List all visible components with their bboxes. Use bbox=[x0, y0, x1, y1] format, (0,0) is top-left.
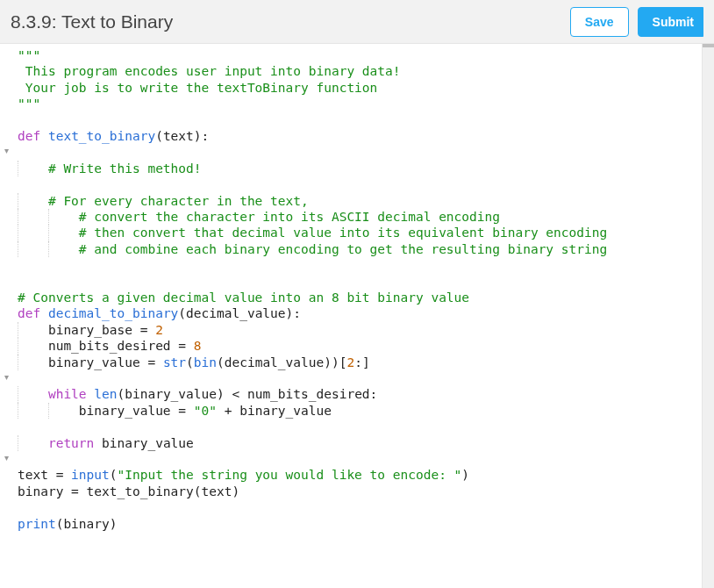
code-token: print bbox=[18, 517, 56, 531]
code-line[interactable] bbox=[18, 499, 698, 515]
indent-guide bbox=[18, 322, 18, 338]
code-token: ( bbox=[110, 468, 118, 482]
code-token: binary_value bbox=[94, 436, 194, 450]
code-token: text_to_binary bbox=[48, 129, 155, 143]
save-button[interactable]: Save bbox=[570, 7, 629, 37]
code-token: (text): bbox=[155, 129, 209, 143]
scrollbar-top-marker bbox=[703, 44, 714, 47]
code-token: # then convert that decimal value into i… bbox=[79, 226, 607, 240]
editor-gutter: ▾▾▾ bbox=[0, 44, 14, 588]
indent-guide bbox=[18, 435, 18, 451]
code-token: # Converts a given decimal value into an… bbox=[18, 290, 469, 305]
code-token: while bbox=[48, 387, 87, 401]
code-token bbox=[18, 387, 48, 401]
code-line[interactable] bbox=[18, 451, 698, 467]
code-token: # convert the character into its ASCII d… bbox=[79, 210, 500, 224]
code-token: str bbox=[163, 355, 186, 369]
code-token: 2 bbox=[346, 355, 354, 369]
code-token: (decimal_value): bbox=[178, 306, 301, 320]
fold-toggle-icon[interactable]: ▾ bbox=[2, 373, 11, 382]
code-line[interactable]: # Write this method! bbox=[18, 161, 698, 176]
code-token: 2 bbox=[155, 323, 163, 337]
indent-guide bbox=[18, 193, 18, 209]
code-token: "Input the string you would like to enco… bbox=[118, 468, 462, 482]
code-token: (decimal_value))[ bbox=[217, 355, 346, 369]
code-token: def bbox=[18, 306, 40, 320]
indent-guide bbox=[18, 386, 18, 402]
code-line[interactable] bbox=[18, 144, 698, 160]
code-token: ) bbox=[461, 468, 469, 482]
code-line[interactable]: Your job is to write the textToBinary fu… bbox=[18, 80, 698, 96]
indent-guide bbox=[48, 241, 49, 257]
code-line[interactable]: binary_value = "0" + binary_value bbox=[18, 403, 698, 419]
code-token: binary = text_to_binary(text) bbox=[18, 484, 239, 498]
code-area[interactable]: """ This program encodes user input into… bbox=[14, 44, 702, 588]
code-line[interactable] bbox=[18, 419, 698, 434]
code-token bbox=[18, 436, 48, 450]
code-token: :] bbox=[354, 355, 369, 369]
code-token bbox=[87, 387, 95, 401]
vertical-scrollbar[interactable] bbox=[702, 44, 714, 588]
code-token: + binary_value bbox=[217, 404, 332, 418]
code-line[interactable]: def decimal_to_binary(decimal_value): bbox=[18, 305, 698, 321]
code-token: """ bbox=[18, 48, 40, 62]
code-line[interactable]: # For every character in the text, bbox=[18, 193, 698, 209]
code-token bbox=[18, 161, 48, 176]
code-line[interactable]: This program encodes user input into bin… bbox=[18, 63, 698, 79]
code-line[interactable]: print(binary) bbox=[18, 516, 698, 532]
code-token: (binary_value) < num_bits_desired: bbox=[118, 387, 378, 401]
code-token: 8 bbox=[194, 339, 202, 353]
code-token: """ bbox=[18, 97, 40, 111]
code-line[interactable] bbox=[18, 112, 698, 128]
code-line[interactable]: # convert the character into its ASCII d… bbox=[18, 209, 698, 225]
indent-guide bbox=[18, 403, 18, 419]
code-line[interactable]: """ bbox=[18, 47, 698, 63]
indent-guide bbox=[48, 403, 49, 419]
code-token: # For every character in the text, bbox=[48, 194, 309, 208]
code-line[interactable]: # then convert that decimal value into i… bbox=[18, 225, 698, 240]
code-line[interactable] bbox=[18, 370, 698, 386]
code-token: (binary) bbox=[56, 517, 118, 531]
code-line[interactable] bbox=[18, 257, 698, 273]
code-token: # and combine each binary encoding to ge… bbox=[79, 242, 607, 256]
code-editor[interactable]: ▾▾▾ """ This program encodes user input … bbox=[0, 44, 714, 588]
code-line[interactable]: text = input("Input the string you would… bbox=[18, 467, 698, 483]
code-token: len bbox=[94, 387, 117, 401]
indent-guide bbox=[18, 338, 18, 354]
submit-button[interactable]: Submit bbox=[638, 7, 703, 37]
code-line[interactable]: binary_base = 2 bbox=[18, 322, 698, 338]
code-line[interactable] bbox=[18, 274, 698, 290]
code-line[interactable]: """ bbox=[18, 96, 698, 111]
page-title: 8.3.9: Text to Binary bbox=[11, 11, 561, 32]
code-line[interactable]: return binary_value bbox=[18, 435, 698, 451]
code-token: binary_value = bbox=[18, 404, 194, 418]
code-line[interactable]: num_bits_desired = 8 bbox=[18, 338, 698, 354]
indent-guide bbox=[18, 355, 18, 370]
indent-guide bbox=[18, 209, 18, 225]
code-token bbox=[40, 306, 48, 320]
code-line[interactable]: binary = text_to_binary(text) bbox=[18, 484, 698, 499]
code-line[interactable]: while len(binary_value) < num_bits_desir… bbox=[18, 386, 698, 402]
code-line[interactable]: # Converts a given decimal value into an… bbox=[18, 290, 698, 305]
code-token: def bbox=[18, 129, 40, 143]
code-token: "0" bbox=[194, 404, 217, 418]
code-token: ( bbox=[186, 355, 194, 369]
code-line[interactable] bbox=[18, 176, 698, 192]
code-token: binary_value = bbox=[18, 355, 163, 369]
indent-guide bbox=[18, 161, 18, 176]
indent-guide bbox=[18, 225, 18, 240]
fold-toggle-icon[interactable]: ▾ bbox=[2, 147, 11, 155]
code-line[interactable]: # and combine each binary encoding to ge… bbox=[18, 241, 698, 257]
fold-toggle-icon[interactable]: ▾ bbox=[2, 454, 11, 463]
indent-guide bbox=[48, 225, 49, 240]
code-token: Your job is to write the textToBinary fu… bbox=[18, 81, 377, 95]
code-token: bin bbox=[194, 355, 217, 369]
header-bar: 8.3.9: Text to Binary Save Submit bbox=[0, 0, 714, 44]
code-token: decimal_to_binary bbox=[48, 306, 178, 320]
code-token: # Write this method! bbox=[48, 161, 202, 176]
code-token: return bbox=[48, 436, 94, 450]
code-token: num_bits_desired = bbox=[18, 339, 194, 353]
code-line[interactable]: def text_to_binary(text): bbox=[18, 128, 698, 144]
indent-guide bbox=[48, 209, 49, 225]
code-line[interactable]: binary_value = str(bin(decimal_value))[2… bbox=[18, 355, 698, 370]
